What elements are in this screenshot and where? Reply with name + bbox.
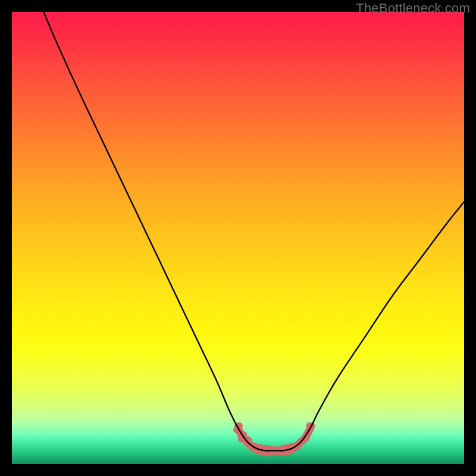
main-curve bbox=[43, 12, 464, 451]
chart-frame: TheBottleneck.com bbox=[0, 0, 476, 476]
chart-svg bbox=[12, 12, 464, 464]
watermark-text: TheBottleneck.com bbox=[356, 1, 470, 16]
plot-area bbox=[12, 12, 464, 464]
